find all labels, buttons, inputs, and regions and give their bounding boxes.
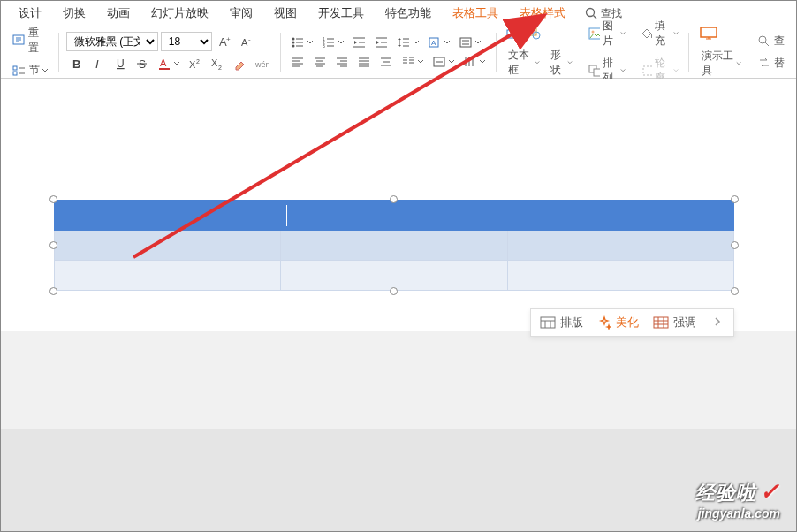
- table-cell[interactable]: [507, 231, 733, 261]
- bullets-button[interactable]: [288, 34, 316, 50]
- tab-developer[interactable]: 开发工具: [307, 0, 375, 27]
- reset-button[interactable]: 重置: [10, 24, 51, 57]
- distribute-button[interactable]: [376, 54, 396, 70]
- svg-text:B: B: [72, 57, 80, 71]
- resize-handle[interactable]: [731, 195, 739, 203]
- table-row[interactable]: [55, 231, 734, 261]
- align-right-button[interactable]: [332, 54, 352, 70]
- align-justify-button[interactable]: [354, 54, 374, 70]
- fill-button[interactable]: 填充: [639, 17, 681, 50]
- italic-icon: I: [91, 57, 105, 71]
- italic-button[interactable]: I: [88, 55, 108, 72]
- table-cell[interactable]: [507, 201, 733, 231]
- font-size-select[interactable]: 18: [161, 32, 212, 51]
- increase-indent-icon: [375, 36, 389, 49]
- textbox-label-button[interactable]: 文本框: [503, 46, 542, 80]
- columns-icon: [401, 56, 415, 68]
- tab-design[interactable]: 设计: [8, 0, 52, 27]
- decrease-indent-button[interactable]: [350, 34, 369, 50]
- svg-text:2: 2: [196, 58, 200, 65]
- table-cell[interactable]: [55, 201, 281, 231]
- shape-label-button[interactable]: 形状: [545, 46, 576, 80]
- find-icon: [757, 34, 771, 47]
- svg-point-92: [759, 36, 766, 43]
- numbering-button[interactable]: 123: [319, 34, 347, 50]
- font-color-button[interactable]: A: [155, 55, 183, 72]
- align-left-button[interactable]: [288, 54, 307, 70]
- tab-table-style[interactable]: 表格样式: [509, 0, 576, 27]
- layout-button[interactable]: 排版: [540, 315, 583, 331]
- resize-handle[interactable]: [49, 195, 57, 203]
- superscript-button[interactable]: X2: [186, 55, 205, 72]
- svg-rect-87: [594, 69, 599, 76]
- resize-handle[interactable]: [390, 195, 398, 203]
- font-name-select[interactable]: 微软雅黑 (正文): [66, 32, 158, 51]
- resize-handle[interactable]: [731, 287, 739, 295]
- tab-transition[interactable]: 切换: [52, 0, 96, 27]
- shape-button[interactable]: [525, 25, 544, 42]
- subscript-icon: X2: [210, 57, 224, 71]
- emphasize-label: 强调: [673, 315, 696, 331]
- line-spacing-button[interactable]: [394, 34, 422, 50]
- layout-label: 排版: [560, 315, 583, 331]
- picture-button[interactable]: 图片: [586, 17, 628, 50]
- strikethrough-button[interactable]: S: [133, 55, 152, 72]
- tab-slideshow[interactable]: 幻灯片放映: [140, 0, 219, 27]
- phonetic-button[interactable]: wén: [252, 55, 273, 72]
- emphasize-button[interactable]: 强调: [653, 315, 696, 331]
- table-cell[interactable]: [507, 261, 733, 291]
- align-center-button[interactable]: [310, 54, 330, 70]
- table-cell[interactable]: [281, 201, 507, 231]
- section-button[interactable]: 节: [10, 61, 51, 80]
- table-cell[interactable]: [55, 261, 281, 291]
- resize-handle[interactable]: [49, 287, 57, 295]
- resize-handle[interactable]: [731, 241, 739, 249]
- text-orientation-button[interactable]: [460, 54, 489, 70]
- columns-button[interactable]: [398, 54, 427, 70]
- table-cell[interactable]: [281, 261, 507, 291]
- chevron-down-icon: [673, 30, 679, 37]
- beautify-button[interactable]: 美化: [597, 315, 639, 331]
- more-button[interactable]: [710, 316, 725, 330]
- tab-view[interactable]: 视图: [263, 0, 307, 27]
- decrease-indent-icon: [353, 36, 367, 49]
- distribute-icon: [379, 56, 393, 68]
- resize-handle[interactable]: [390, 287, 398, 295]
- find-button[interactable]: 查: [755, 32, 787, 50]
- align-center-icon: [313, 56, 327, 68]
- table-cell[interactable]: [55, 231, 281, 261]
- table-row[interactable]: [55, 261, 734, 291]
- underline-button[interactable]: U: [110, 55, 130, 72]
- textbox-button[interactable]: A: [503, 25, 522, 42]
- watermark-brand: 经验啦: [695, 482, 756, 504]
- chevron-down-icon: [620, 67, 626, 74]
- monitor-icon: [699, 26, 718, 42]
- tab-table-tools[interactable]: 表格工具: [442, 0, 509, 27]
- svg-text:A: A: [241, 37, 248, 48]
- subscript-button[interactable]: X2: [208, 55, 227, 72]
- align-text-button[interactable]: [456, 34, 484, 50]
- clear-format-button[interactable]: [230, 55, 249, 72]
- increase-font-button[interactable]: A+: [215, 33, 234, 50]
- tab-review[interactable]: 审阅: [219, 0, 263, 27]
- text-direction-button[interactable]: A: [425, 34, 453, 50]
- bold-button[interactable]: B: [66, 55, 86, 72]
- table-cell[interactable]: [281, 231, 507, 261]
- tab-animation[interactable]: 动画: [96, 0, 140, 27]
- replace-button[interactable]: 替: [755, 54, 787, 72]
- outline-icon: [641, 65, 652, 77]
- increase-indent-button[interactable]: [372, 34, 391, 50]
- selected-table[interactable]: [54, 200, 734, 291]
- present-tools-label-button[interactable]: 演示工具: [696, 47, 744, 80]
- resize-handle[interactable]: [49, 241, 57, 249]
- decrease-font-button[interactable]: A-: [237, 33, 256, 50]
- shape-label: 形状: [550, 48, 566, 78]
- present-tools-label: 演示工具: [702, 49, 734, 79]
- tab-special[interactable]: 特色功能: [375, 0, 442, 27]
- svg-text:A: A: [431, 39, 436, 47]
- present-tools-button[interactable]: [696, 24, 721, 43]
- svg-rect-17: [159, 68, 170, 70]
- table[interactable]: [54, 200, 734, 291]
- table-row[interactable]: [55, 201, 734, 231]
- vertical-align-button[interactable]: [429, 54, 458, 70]
